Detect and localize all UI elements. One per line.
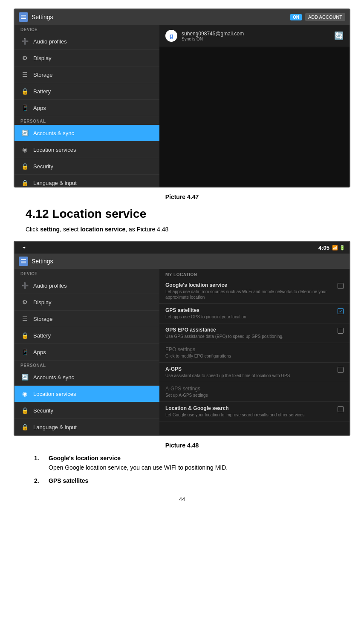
menu-label-storage: Storage (33, 72, 53, 78)
list-content-1: Google's location service Open Google lo… (49, 455, 228, 472)
audio-icon-2: ➕ (20, 281, 29, 290)
google-search-desc: Let Google use your location to improve … (165, 412, 334, 418)
epo-checkbox[interactable] (338, 328, 344, 334)
status-icons: 📶 🔋 (332, 245, 345, 251)
battery-icon-2: 🔒 (20, 331, 29, 340)
menu2-apps[interactable]: 📱 Apps (14, 344, 159, 361)
epo-settings-title: EPO settings (165, 346, 344, 352)
toggle-on[interactable]: ON (290, 14, 302, 20)
bold-setting: setting (40, 226, 60, 233)
right-panel-dark (159, 47, 350, 187)
menu2-battery[interactable]: 🔒 Battery (14, 327, 159, 344)
menu2-label-security: Security (33, 407, 53, 414)
settings-body-1: DEVICE ➕ Audio profiles ⚙ Display ☰ Stor… (14, 25, 350, 187)
device-label-2: DEVICE (14, 269, 159, 277)
location-item-gps[interactable]: GPS satellites Let apps use GPS to pinpo… (159, 304, 350, 323)
menu-item-apps[interactable]: 📱 Apps (14, 100, 159, 116)
menu2-storage[interactable]: ☰ Storage (14, 311, 159, 327)
google-location-checkbox[interactable] (338, 283, 344, 289)
list-entry-2: 2. GPS satellites (34, 477, 330, 486)
list-desc-1: Open Google location service, you can us… (49, 463, 228, 472)
list-title-2: GPS satellites (49, 477, 88, 484)
time-display: 4:05 (318, 245, 329, 251)
location-item-epo[interactable]: GPS EPO assistance Use GPS assistance da… (159, 323, 350, 343)
left-panel-2: DEVICE ➕ Audio profiles ⚙ Display ☰ Stor… (14, 269, 159, 435)
agps-settings-desc: Set up A-GPS settings (165, 392, 344, 398)
menu-item-location[interactable]: ◉ Location services (14, 141, 159, 158)
right-panel-1: g suheng098745@gmail.com Sync is ON 🔄 (159, 25, 350, 187)
google-icon: g (165, 30, 177, 42)
menu2-security[interactable]: 🔒 Security (14, 402, 159, 419)
menu-item-audio[interactable]: ➕ Audio profiles (14, 33, 159, 50)
location-item-agps[interactable]: A-GPS Use assistant data to speed up the… (159, 363, 350, 382)
location-item-google-search[interactable]: Location & Google search Let Google use … (159, 402, 350, 421)
wifi-icon-2: ✦ (19, 245, 316, 251)
svg-rect-3 (21, 259, 26, 260)
svg-rect-1 (21, 17, 26, 17)
list-number-1: 1. (34, 455, 44, 462)
settings-title-2: Settings (32, 258, 345, 265)
menu-item-language[interactable]: 🔒 Language & input (14, 175, 159, 187)
menu-label-audio: Audio profiles (33, 38, 67, 45)
agps-settings-title: A-GPS settings (165, 386, 344, 392)
menu-label-language: Language & input (33, 180, 77, 186)
google-search-checkbox[interactable] (338, 406, 344, 412)
google-location-title: Google's location service (165, 282, 334, 288)
location-item-agps-settings[interactable]: A-GPS settings Set up A-GPS settings (159, 382, 350, 402)
accounts-icon-2: 🔄 (20, 373, 29, 381)
google-location-desc: Let apps use data from sources such as W… (165, 289, 334, 300)
account-item[interactable]: g suheng098745@gmail.com Sync is ON 🔄 (159, 25, 350, 47)
menu2-display[interactable]: ⚙ Display (14, 294, 159, 311)
section-heading: 4.12 Location service (26, 207, 338, 221)
menu2-location[interactable]: ◉ Location services (14, 386, 159, 402)
menu-item-accounts[interactable]: 🔄 Accounts & sync (14, 125, 159, 141)
list-entry-1: 1. Google's location service Open Google… (34, 455, 330, 472)
settings-body-2: DEVICE ➕ Audio profiles ⚙ Display ☰ Stor… (14, 269, 350, 435)
settings-header-1: Settings ON ADD ACCOUNT (14, 9, 350, 25)
menu-label-security: Security (33, 163, 53, 170)
menu2-audio[interactable]: ➕ Audio profiles (14, 277, 159, 294)
menu-label-battery: Battery (33, 88, 51, 95)
accounts-icon: 🔄 (20, 129, 29, 137)
svg-rect-2 (21, 18, 26, 19)
bold-location: location service (80, 226, 125, 233)
location-icon-2: ◉ (20, 390, 29, 398)
settings-header-2: Settings (14, 254, 350, 269)
audio-icon: ➕ (20, 37, 29, 46)
menu2-label-display: Display (33, 299, 52, 306)
personal-label-2: PERSONAL (14, 361, 159, 369)
gps-checkbox[interactable]: ✓ (338, 308, 344, 314)
menu-item-storage[interactable]: ☰ Storage (14, 66, 159, 83)
menu-item-security[interactable]: 🔒 Security (14, 158, 159, 175)
description-text: Click setting, select location service, … (26, 225, 338, 234)
account-info: suheng098745@gmail.com Sync is ON (182, 31, 330, 41)
menu-item-display[interactable]: ⚙ Display (14, 50, 159, 66)
screenshot-2: ✦ 4:05 📶 🔋 Settings DEVICE ➕ Audio pr (14, 241, 350, 436)
location-item-text-google-search: Location & Google search Let Google use … (165, 405, 334, 418)
settings-title-1: Settings (32, 14, 287, 20)
svg-rect-4 (21, 261, 26, 262)
location-item-text-epo-settings: EPO settings Click to modify EPO configu… (165, 346, 344, 359)
menu2-accounts[interactable]: 🔄 Accounts & sync (14, 369, 159, 386)
menu2-label-location: Location services (33, 391, 76, 397)
agps-checkbox[interactable] (338, 367, 344, 373)
screenshot-1: Settings ON ADD ACCOUNT DEVICE ➕ Audio p… (14, 9, 350, 188)
epo-title: GPS EPO assistance (165, 327, 334, 333)
location-item-epo-settings[interactable]: EPO settings Click to modify EPO configu… (159, 343, 350, 363)
location-item-google[interactable]: Google's location service Let apps use d… (159, 279, 350, 304)
storage-icon-2: ☰ (20, 314, 29, 323)
menu2-language[interactable]: 🔒 Language & input (14, 419, 159, 435)
numbered-list: 1. Google's location service Open Google… (34, 455, 330, 486)
list-title-1: Google's location service (49, 455, 228, 462)
svg-rect-0 (21, 15, 26, 16)
menu-label-display: Display (33, 55, 52, 61)
gps-title: GPS satellites (165, 307, 334, 313)
agps-title: A-GPS (165, 366, 334, 372)
status-bar-2: ✦ 4:05 📶 🔋 (14, 242, 350, 254)
menu-label-apps: Apps (33, 105, 46, 111)
menu-item-battery[interactable]: 🔒 Battery (14, 83, 159, 100)
battery-icon: 🔒 (20, 87, 29, 95)
add-account-button[interactable]: ADD ACCOUNT (305, 13, 345, 21)
location-icon: ◉ (20, 145, 29, 154)
right-panel-2: MY LOCATION Google's location service Le… (159, 269, 350, 435)
